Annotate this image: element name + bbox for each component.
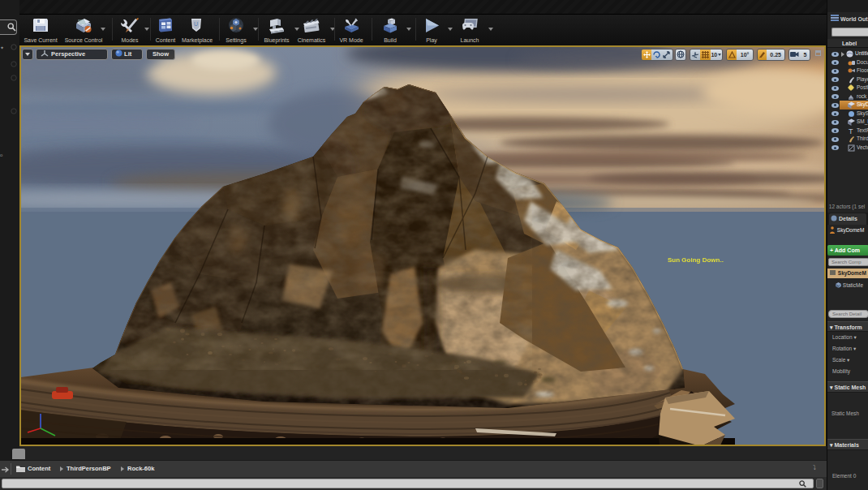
svg-text:T: T (849, 127, 853, 135)
svg-text:Sun Going Down..: Sun Going Down.. (668, 256, 724, 264)
svg-text:U: U (194, 21, 198, 27)
